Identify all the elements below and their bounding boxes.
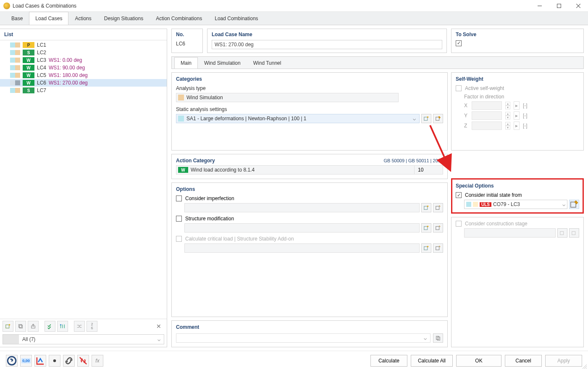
tab-actions[interactable]: Actions: [68, 12, 97, 25]
new-item-button[interactable]: [3, 321, 13, 332]
structure-modification-checkbox[interactable]: [176, 216, 182, 222]
apply-button[interactable]: Apply: [545, 355, 582, 367]
check-all-button[interactable]: [45, 321, 55, 332]
badge-w: W: [23, 57, 34, 63]
badge-p: P: [23, 42, 34, 48]
list-body: PLC1 SLC2 WLC3WS1: 0.00 deg WLC4WS1: 90.…: [0, 40, 167, 319]
tab-design-situations[interactable]: Design Situations: [98, 12, 150, 25]
delete-button[interactable]: ✕: [153, 321, 164, 332]
list-row-lc2[interactable]: SLC2: [0, 49, 167, 56]
construction-stage-checkbox: [456, 221, 462, 227]
svg-rect-7: [424, 206, 428, 210]
action-category-field[interactable]: WWind load according to 8.1.4: [176, 165, 415, 174]
list-row-lc1[interactable]: PLC1: [0, 41, 167, 49]
list-row-lc4[interactable]: WLC4WS1: 90.00 deg: [0, 64, 167, 71]
svg-rect-10: [436, 227, 439, 230]
new-sas-button[interactable]: [421, 114, 431, 123]
list-row-lc7[interactable]: SLC7: [0, 87, 167, 94]
svg-point-20: [53, 359, 56, 362]
self-weight-panel: Self-Weight Active self-weight Factor in…: [451, 72, 584, 151]
copy-button[interactable]: [15, 321, 26, 332]
tab-load-cases[interactable]: Load Cases: [29, 12, 68, 25]
window-title: Load Cases & Combinations: [13, 3, 530, 9]
comment-copy-button[interactable]: [433, 333, 443, 343]
svg-rect-12: [436, 247, 439, 250]
new-critical-button[interactable]: [421, 243, 431, 253]
to-solve-checkbox[interactable]: [456, 40, 462, 46]
tab-wind-tunnel[interactable]: Wind Tunnel: [247, 57, 288, 69]
action-category-panel: Action Category GB 50009 | GB 50011 | 20…: [171, 154, 448, 179]
edit-imperfection-button[interactable]: [433, 203, 443, 212]
sidebar: List PLC1 SLC2 WLC3WS1: 0.00 deg WLC4WS1…: [0, 29, 167, 347]
export-button[interactable]: [28, 321, 39, 332]
swatch-icon: [473, 202, 478, 207]
edit-cs-button[interactable]: [569, 228, 579, 238]
close-button[interactable]: [569, 0, 588, 12]
swatch-icon: [466, 202, 471, 207]
title-bar: Load Cases & Combinations: [0, 0, 588, 12]
units-button[interactable]: 0,00: [20, 355, 32, 367]
load-case-name-input[interactable]: WS1: 270.00 deg: [212, 40, 442, 49]
renumber-button[interactable]: 26: [87, 321, 97, 332]
edit-sas-button[interactable]: [433, 114, 443, 123]
new-structure-mod-button[interactable]: [421, 223, 431, 233]
initial-state-select[interactable]: ULS CO79 - LC3 ⌵: [464, 200, 567, 209]
cancel-button[interactable]: Cancel: [505, 355, 542, 367]
link-button[interactable]: [63, 355, 75, 367]
list-row-lc3[interactable]: WLC3WS1: 0.00 deg: [0, 56, 167, 64]
structure-mod-select[interactable]: [184, 223, 420, 233]
options-panel: Options Consider imperfection Structure …: [171, 182, 448, 317]
svg-rect-3: [19, 325, 22, 328]
analysis-type-field[interactable]: Wind Simulation: [176, 93, 399, 102]
svg-rect-16: [560, 232, 564, 235]
shuffle-button[interactable]: [74, 321, 85, 332]
badge-w-icon: W: [178, 167, 188, 173]
tab-base[interactable]: Base: [5, 12, 29, 25]
maximize-button[interactable]: [549, 0, 569, 12]
static-analysis-select[interactable]: SA1 - Large deformations | Newton-Raphso…: [176, 114, 420, 123]
calculate-all-button[interactable]: Calculate All: [411, 355, 453, 367]
help-button[interactable]: [6, 355, 18, 367]
tab-load-combinations[interactable]: Load Combinations: [208, 12, 264, 25]
dot-button[interactable]: [49, 355, 60, 367]
new-cs-button[interactable]: [557, 228, 567, 238]
new-imperfection-button[interactable]: [421, 203, 431, 212]
fx-button[interactable]: fx: [92, 355, 103, 367]
main-tabs: Base Load Cases Actions Design Situation…: [0, 12, 588, 25]
chevron-down-icon: ⌵: [154, 336, 164, 342]
resize-grip[interactable]: [582, 364, 587, 369]
no-value: LC6: [172, 40, 202, 50]
inner-tabs: Main Wind Simulation Wind Tunnel: [171, 56, 584, 69]
unlink-button[interactable]: [77, 355, 89, 367]
categories-panel: Categories Analysis type Wind Simulation…: [171, 72, 448, 151]
name-box: Load Case Name WS1: 270.00 deg: [207, 29, 447, 53]
uls-badge: ULS: [480, 202, 491, 207]
calculate-button[interactable]: Calculate: [370, 355, 407, 367]
ok-button[interactable]: OK: [456, 355, 501, 367]
edit-structure-mod-button[interactable]: [433, 223, 443, 233]
comment-input[interactable]: ⌵: [176, 333, 430, 343]
edit-critical-button[interactable]: [433, 243, 443, 253]
imperfection-select[interactable]: [184, 203, 420, 212]
badge-s: S: [23, 50, 34, 56]
filter-select[interactable]: All (7) ⌵: [3, 334, 164, 344]
svg-rect-2: [19, 325, 22, 328]
minimize-button[interactable]: [530, 0, 549, 12]
app-icon: [3, 3, 10, 9]
chevron-down-icon: ⌵: [411, 116, 417, 122]
list-row-lc6[interactable]: WLC6WS1: 270.00 deg: [0, 79, 167, 87]
self-weight-checkbox: [456, 85, 462, 91]
svg-rect-17: [572, 232, 575, 235]
tab-wind-simulation[interactable]: Wind Simulation: [198, 57, 247, 69]
edit-initial-state-button[interactable]: [569, 200, 579, 209]
select-columns-button[interactable]: [57, 321, 68, 332]
ax-button[interactable]: [34, 355, 46, 367]
list-row-lc5[interactable]: WLC5WS1: 180.00 deg: [0, 71, 167, 79]
list-header: List: [0, 29, 167, 40]
action-category-num: 10: [415, 165, 443, 174]
consider-imperfection-checkbox[interactable]: [176, 196, 182, 201]
construction-stage-select: [464, 228, 556, 238]
initial-state-checkbox[interactable]: [456, 192, 462, 198]
tab-action-combinations[interactable]: Action Combinations: [150, 12, 208, 25]
tab-main[interactable]: Main: [174, 57, 198, 69]
